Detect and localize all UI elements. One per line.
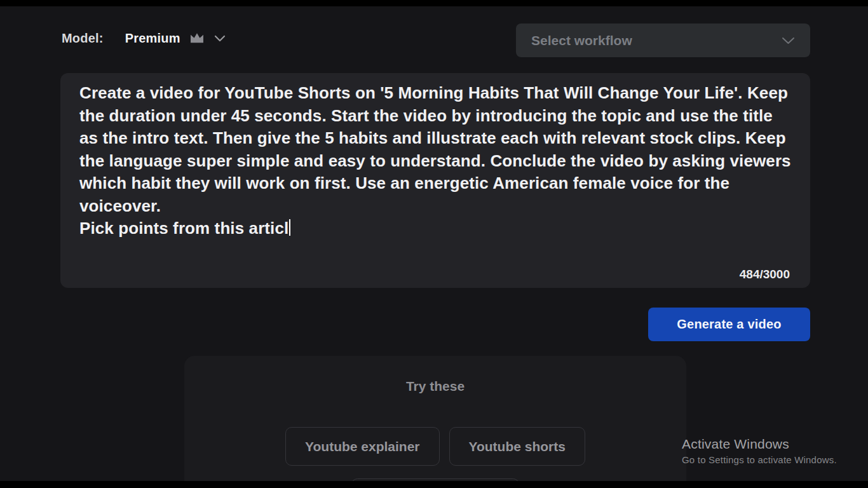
chevron-down-icon — [214, 35, 226, 42]
character-counter: 484/3000 — [740, 268, 790, 281]
top-letterbox-bar — [0, 0, 868, 6]
watermark-subtitle: Go to Settings to activate Windows. — [682, 454, 837, 465]
text-caret — [289, 219, 290, 236]
chevron-down-icon — [782, 37, 795, 44]
suggestions-row: Youtube explainer Youtube shorts — [184, 427, 686, 466]
generate-video-button[interactable]: Generate a video — [648, 308, 810, 341]
windows-activation-watermark: Activate Windows Go to Settings to activ… — [682, 437, 837, 465]
suggestion-youtube-shorts[interactable]: Youtube shorts — [449, 427, 585, 466]
suggestion-youtube-explainer[interactable]: Youtube explainer — [285, 427, 439, 466]
bottom-letterbox-bar — [0, 481, 868, 488]
model-selector[interactable]: Model: Premium — [62, 31, 226, 46]
crown-icon — [189, 32, 205, 45]
model-value: Premium — [125, 31, 180, 46]
model-label: Model: — [62, 31, 104, 46]
workflow-placeholder: Select workflow — [531, 33, 632, 48]
prompt-text: Create a video for YouTube Shorts on '5 … — [79, 82, 794, 240]
prompt-input[interactable]: Create a video for YouTube Shorts on '5 … — [60, 73, 810, 288]
app-window: Model: Premium Select workflow Create a … — [0, 0, 868, 488]
watermark-title: Activate Windows — [682, 437, 837, 452]
suggestions-panel: Try these Youtube explainer Youtube shor… — [184, 356, 686, 488]
workflow-dropdown[interactable]: Select workflow — [516, 24, 810, 57]
suggestions-title: Try these — [184, 379, 686, 394]
